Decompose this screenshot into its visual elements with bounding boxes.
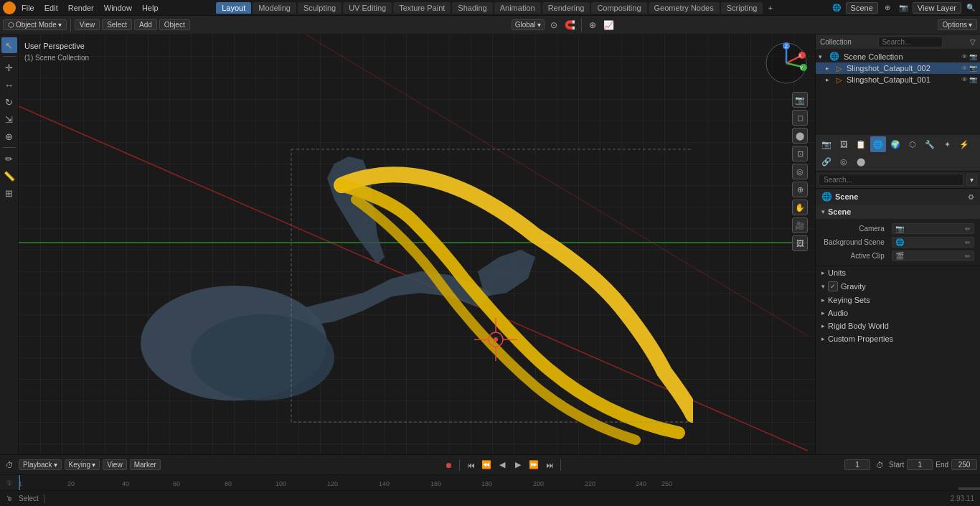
menu-help[interactable]: Help [138,2,163,14]
playback-btn[interactable]: Playback ▾ [19,459,62,470]
copy-scene-icon[interactable]: ⊕ [881,1,894,14]
timeline-scrollbar[interactable] [958,487,980,490]
viewport-camera-view-btn[interactable]: 🎥 [792,217,808,233]
jump-start-btn[interactable]: ⏮ [464,459,477,472]
viewport-render-btn[interactable]: 🖼 [792,235,808,251]
play-btn[interactable]: ▶ [512,459,524,472]
outliner-search-input[interactable] [878,37,943,47]
tool-measure[interactable]: 📏 [1,168,17,184]
viewport-shading-options[interactable]: ⊡ [792,146,808,161]
step-forward-btn[interactable]: ⏩ [527,459,540,472]
scene-picker-icon[interactable]: 🌐 [830,1,843,14]
tool-transform[interactable]: ⊕ [1,128,17,144]
prop-scene-icon-btn[interactable]: 🌐 [870,136,886,152]
camera-field[interactable]: 📷 ✏ [892,223,974,234]
current-frame-input[interactable]: 1 [844,459,870,470]
step-back-btn[interactable]: ⏪ [480,459,493,472]
active-clip-field[interactable]: 🎬 ✏ [892,250,974,261]
units-section-header[interactable]: ▸ Units [816,266,980,279]
scene-selector[interactable]: Scene [846,2,878,14]
scene-section-header[interactable]: ▾ Scene [816,205,980,219]
view-layer-selector[interactable]: View Layer [913,2,961,14]
tool-select[interactable]: ↖ [1,37,17,53]
viewport-shading-solid-btn[interactable]: ⬤ [792,128,808,144]
graph-btn[interactable]: 📈 [602,18,616,32]
outliner-item-catapult-001[interactable]: ▸ ▷ Slingshot_Catapult_001 👁 📷 [816,74,980,85]
viewport-perspective-btn[interactable]: ◻ [792,110,808,126]
collection-visibility-icon[interactable]: 👁 [961,53,968,60]
gravity-checkbox[interactable] [828,281,838,291]
audio-section-header[interactable]: ▸ Audio [816,306,980,319]
tab-shading[interactable]: Shading [452,2,492,14]
prop-object-icon-btn[interactable]: ⬡ [905,136,920,152]
prop-constraints-icon-btn[interactable]: 🔗 [819,154,834,169]
rigid-body-world-section-header[interactable]: ▸ Rigid Body World [816,319,980,332]
object-menu-btn[interactable]: Object [159,19,190,30]
clip-picker-icon[interactable]: ✏ [965,253,971,260]
tab-layout[interactable]: Layout [216,2,251,14]
tool-scale[interactable]: ⇲ [1,111,17,127]
prop-modifier-icon-btn[interactable]: 🔧 [922,136,938,152]
tab-modeling[interactable]: Modeling [253,2,296,14]
end-frame-input[interactable]: 250 [951,459,977,470]
outliner-item-catapult-002[interactable]: ▸ ▷ Slingshot_Catapult_002 👁 📷 [816,62,980,74]
view-menu-btn[interactable]: View [75,19,100,30]
background-scene-field[interactable]: 🌐 ✏ [892,237,974,248]
record-btn[interactable]: ⏺ [442,459,455,472]
catapult-001-render[interactable]: 📷 [969,76,977,83]
prop-material-icon-btn[interactable]: ⬤ [853,154,869,169]
tab-scripting[interactable]: Scripting [721,2,763,14]
tab-sculpting[interactable]: Sculpting [298,2,341,14]
view-layer-icon[interactable]: 📷 [897,1,910,14]
tab-texture-paint[interactable]: Texture Paint [393,2,451,14]
props-search-input[interactable] [819,174,963,186]
catapult-002-visibility[interactable]: 👁 [961,65,968,72]
timeline-ruler[interactable]: ① 1 20 40 60 80 100 120 [0,474,980,490]
keying-sets-section-header[interactable]: ▸ Keying Sets [816,294,980,306]
tab-geometry-nodes[interactable]: Geometry Nodes [649,2,720,14]
start-frame-input[interactable]: 1 [907,459,933,470]
props-dropdown-btn[interactable]: ▾ [966,174,977,186]
proportional-edit-btn[interactable]: ⊕ [585,18,600,32]
catapult-001-visibility[interactable]: 👁 [961,76,968,83]
outliner-filter-btn[interactable]: ▽ [970,38,976,46]
fps-icon[interactable]: ⏱ [873,459,886,472]
prop-output-icon-btn[interactable]: 🖼 [836,136,852,152]
add-menu-btn[interactable]: Add [134,19,157,30]
jump-end-btn[interactable]: ⏭ [543,459,556,472]
tool-add[interactable]: ⊞ [1,185,17,201]
timeline-mode-icon[interactable]: ⏱ [3,459,16,472]
tab-animation[interactable]: Animation [494,2,541,14]
tool-move[interactable]: ↔ [1,77,17,93]
outliner-item-scene-collection[interactable]: ▾ 🌐 Scene Collection 👁 📷 [816,50,980,62]
prop-data-icon-btn[interactable]: ◎ [836,154,852,169]
collection-render-icon[interactable]: 📷 [969,53,977,60]
menu-file[interactable]: File [17,2,39,14]
prop-view-layer-icon-btn[interactable]: 📋 [853,136,869,152]
viewport-camera-btn[interactable]: 📷 [792,92,808,108]
menu-window[interactable]: Window [100,2,136,14]
menu-edit[interactable]: Edit [40,2,62,14]
timeline-playhead[interactable] [19,475,20,490]
tab-uv-editing[interactable]: UV Editing [343,2,392,14]
viewport-3d[interactable]: User Perspective (1) Scene Collection X … [19,34,815,454]
filter-icon[interactable]: 🔍 [964,1,977,14]
tab-rendering[interactable]: Rendering [542,2,590,14]
prop-render-icon-btn[interactable]: 📷 [819,136,834,152]
mode-selector-btn[interactable]: ⬡ Object Mode ▾ [3,19,67,30]
scene-header-options[interactable]: ⚙ [968,193,974,201]
transform-pivot-btn[interactable]: ⊙ [547,18,561,32]
bg-scene-picker-icon[interactable]: ✏ [965,239,971,246]
prop-particles-icon-btn[interactable]: ✦ [939,136,955,152]
viewport-hand-btn[interactable]: ✋ [792,200,808,215]
viewport-gizmo-btn[interactable]: ⊕ [792,182,808,197]
transform-orientation-btn[interactable]: Global ▾ [512,19,545,30]
options-btn[interactable]: Options ▾ [938,19,977,30]
keying-btn[interactable]: Keying ▾ [65,459,100,470]
prop-physics-icon-btn[interactable]: ⚡ [956,136,972,152]
tl-marker-btn[interactable]: Marker [130,459,161,470]
axis-gizmo[interactable]: X Y Z [765,42,808,85]
tool-rotate[interactable]: ↻ [1,94,17,110]
select-menu-btn[interactable]: Select [102,19,132,30]
catapult-002-render[interactable]: 📷 [969,65,977,72]
